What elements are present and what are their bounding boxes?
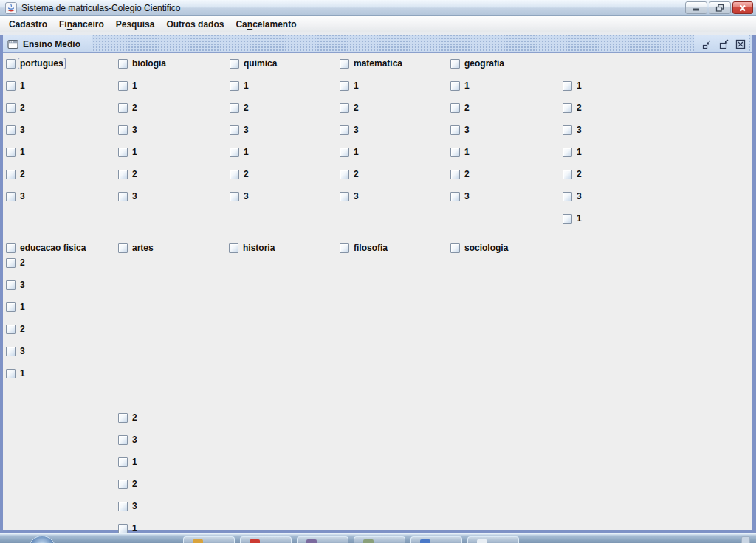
grade-checkbox[interactable]: 1 <box>118 80 139 91</box>
grade-checkbox[interactable]: 1 <box>450 147 471 157</box>
grade-checkbox[interactable]: 3 <box>118 125 139 135</box>
taskbar-button-3[interactable] <box>297 536 348 543</box>
java-logo-icon <box>5 2 17 14</box>
menu-item-financeiro[interactable]: Financeiro <box>53 17 110 32</box>
grade-checkbox[interactable]: 2 <box>118 103 139 113</box>
subject-checkbox-geografia[interactable]: geografia <box>450 58 506 69</box>
checkbox-box <box>6 103 16 113</box>
checkbox-label: 1 <box>131 457 139 467</box>
maximize-button[interactable] <box>717 38 730 51</box>
grade-checkbox[interactable]: 2 <box>6 324 27 334</box>
grade-checkbox[interactable]: 3 <box>450 191 471 201</box>
subject-checkbox-artes[interactable]: artes <box>118 243 155 253</box>
checkbox-label: portugues <box>18 58 65 69</box>
checkbox-box <box>340 125 349 135</box>
internal-frame-title: Ensino Medio <box>23 39 80 49</box>
grade-checkbox[interactable]: 2 <box>563 103 583 113</box>
grade-checkbox[interactable]: 2 <box>118 169 139 179</box>
checkbox-label: 1 <box>575 80 583 91</box>
checkbox-box <box>450 59 460 69</box>
taskbar-button-4[interactable] <box>354 536 405 543</box>
checkbox-label: 1 <box>18 80 27 91</box>
checkbox-label: 2 <box>131 412 139 423</box>
grade-checkbox[interactable]: 1 <box>118 457 139 467</box>
subject-checkbox-matematica[interactable]: matematica <box>340 58 404 69</box>
close-button[interactable] <box>732 1 753 14</box>
grade-checkbox[interactable]: 3 <box>6 191 27 201</box>
checkbox-label: 1 <box>463 80 471 91</box>
grade-checkbox[interactable]: 1 <box>230 80 250 91</box>
minimize-button[interactable] <box>685 1 707 14</box>
menu-item-outros-dados[interactable]: Outros dados <box>160 17 230 32</box>
grade-checkbox[interactable]: 2 <box>450 169 471 179</box>
checkbox-box <box>6 325 16 334</box>
grade-checkbox[interactable]: 3 <box>118 501 139 511</box>
grade-checkbox[interactable]: 1 <box>230 147 250 157</box>
grade-checkbox[interactable]: 3 <box>563 125 583 135</box>
grade-checkbox[interactable]: 2 <box>230 103 250 113</box>
grade-checkbox[interactable]: 2 <box>6 169 27 179</box>
grade-checkbox[interactable]: 3 <box>340 191 360 201</box>
grade-checkbox[interactable]: 3 <box>450 125 471 135</box>
grade-checkbox[interactable]: 3 <box>230 191 250 201</box>
menu-item-cancelamento[interactable]: Cancelamento <box>230 17 302 32</box>
grade-checkbox[interactable]: 1 <box>340 147 360 157</box>
taskbar-button-1[interactable] <box>183 536 235 543</box>
subject-checkbox-sociologia[interactable]: sociologia <box>450 243 509 253</box>
checkbox-label: educacao fisica <box>18 243 87 253</box>
grade-checkbox[interactable]: 2 <box>6 103 27 113</box>
checkbox-box <box>6 192 16 201</box>
grade-checkbox[interactable]: 2 <box>340 169 360 179</box>
subject-checkbox-portugues[interactable]: portugues <box>6 58 65 69</box>
taskbar-button-5[interactable] <box>410 536 462 543</box>
grade-checkbox[interactable]: 2 <box>118 479 139 489</box>
grade-checkbox[interactable]: 3 <box>340 125 360 135</box>
subject-checkbox-filosofia[interactable]: filosofia <box>340 243 389 253</box>
start-orb[interactable] <box>28 536 56 543</box>
grade-checkbox[interactable]: 3 <box>118 191 139 201</box>
checkbox-label: 1 <box>131 147 139 157</box>
iconify-icon <box>701 38 712 50</box>
restore-button[interactable] <box>709 1 731 14</box>
subject-checkbox-educacao-fisica[interactable]: educacao fisica <box>6 243 87 253</box>
grade-checkbox[interactable]: 3 <box>118 435 139 445</box>
menu-item-cadastro[interactable]: Cadastro <box>3 17 53 32</box>
grade-checkbox[interactable]: 1 <box>6 302 27 312</box>
taskbar-button-2[interactable] <box>240 536 292 543</box>
grade-checkbox[interactable]: 3 <box>230 125 250 135</box>
grade-checkbox[interactable]: 3 <box>6 346 27 356</box>
taskbar-button-6[interactable] <box>467 536 519 543</box>
checkbox-box <box>340 81 349 91</box>
frame-close-button[interactable] <box>734 38 747 51</box>
grade-checkbox[interactable]: 2 <box>118 412 139 423</box>
grade-checkbox[interactable]: 1 <box>118 147 139 157</box>
grade-checkbox[interactable]: 1 <box>6 147 27 157</box>
grade-checkbox[interactable]: 2 <box>450 103 471 113</box>
grade-checkbox[interactable]: 1 <box>563 147 583 157</box>
iconify-button[interactable] <box>700 38 713 51</box>
grade-checkbox[interactable]: 3 <box>6 125 27 135</box>
menu-item-pesquisa[interactable]: Pesquisa <box>110 17 161 32</box>
checkbox-box <box>6 243 16 253</box>
grade-checkbox[interactable]: 1 <box>6 368 27 378</box>
grade-checkbox[interactable]: 1 <box>563 213 583 224</box>
grade-checkbox[interactable]: 1 <box>118 523 139 533</box>
grade-checkbox[interactable]: 1 <box>450 80 471 91</box>
subject-checkbox-biologia[interactable]: biologia <box>118 58 168 69</box>
checkbox-box <box>563 81 572 91</box>
checkbox-box <box>340 59 349 69</box>
grade-checkbox[interactable]: 2 <box>6 257 27 268</box>
grade-checkbox[interactable]: 2 <box>230 169 250 179</box>
grade-checkbox[interactable]: 3 <box>6 280 27 290</box>
subject-checkbox-historia[interactable]: historia <box>229 243 276 253</box>
grade-checkbox[interactable]: 3 <box>563 191 583 201</box>
checkbox-box <box>229 243 238 253</box>
grade-checkbox[interactable]: 1 <box>6 80 27 91</box>
grade-checkbox[interactable]: 2 <box>563 169 583 179</box>
checkbox-box <box>118 480 128 489</box>
grade-checkbox[interactable]: 2 <box>340 103 360 113</box>
show-desktop-button[interactable] <box>741 536 750 543</box>
grade-checkbox[interactable]: 1 <box>563 80 583 91</box>
grade-checkbox[interactable]: 1 <box>340 80 360 91</box>
subject-checkbox-quimica[interactable]: quimica <box>230 58 278 69</box>
